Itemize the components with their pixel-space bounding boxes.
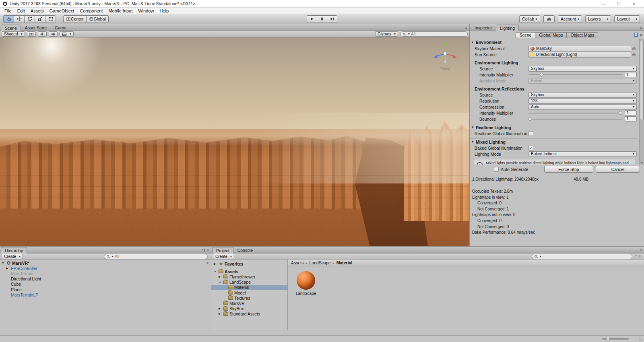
- collab-button[interactable]: Collab▾: [519, 15, 540, 23]
- scene-lighting-toggle[interactable]: [38, 31, 47, 37]
- panel-menu-icon[interactable]: ≡: [640, 248, 642, 252]
- resize-grip-icon[interactable]: [639, 338, 642, 341]
- panel-menu-icon[interactable]: ≡: [465, 26, 467, 30]
- auto-generate-checkbox[interactable]: [494, 167, 499, 172]
- tab-scene[interactable]: Scene: [1, 25, 21, 31]
- lock-icon[interactable]: [202, 250, 205, 252]
- layers-dropdown[interactable]: Layers▾: [585, 15, 611, 23]
- mixed-lighting-header[interactable]: ▼ Mixed Lighting: [470, 138, 638, 145]
- env-lighting-source-dropdown[interactable]: Skybox▾: [528, 66, 637, 72]
- foldout-icon[interactable]: ▶: [219, 275, 222, 278]
- favorites-row[interactable]: ▶ ★ Favorites: [211, 261, 287, 266]
- menu-component[interactable]: Component: [77, 8, 105, 13]
- step-button[interactable]: [327, 15, 337, 23]
- rotate-tool-button[interactable]: [24, 15, 35, 23]
- refl-source-dropdown[interactable]: Skybox▾: [528, 92, 637, 98]
- menu-assets[interactable]: Assets: [28, 8, 47, 13]
- force-stop-button[interactable]: Force Stop: [544, 166, 593, 173]
- minimize-button[interactable]: –: [596, 1, 611, 6]
- scene-viewport[interactable]: Persp: [0, 37, 469, 246]
- lock-icon[interactable]: [634, 256, 637, 258]
- tree-item-standard-assets[interactable]: ▶ Standard Assets: [211, 311, 287, 317]
- panel-menu-icon[interactable]: ≡: [207, 248, 209, 252]
- menu-mobile-input[interactable]: Mobile Input: [105, 8, 135, 13]
- scroll-down-icon[interactable]: ▼: [640, 161, 644, 164]
- baked-gi-checkbox[interactable]: ✓: [528, 146, 533, 150]
- lighting-mode-dropdown[interactable]: Baked Indirect▾: [528, 151, 637, 157]
- env-intensity-value[interactable]: 1: [625, 72, 637, 77]
- object-picker-icon[interactable]: ◎: [631, 52, 637, 57]
- menu-window[interactable]: Window: [135, 8, 157, 13]
- foldout-icon[interactable]: ▼: [214, 270, 217, 273]
- project-search-input[interactable]: ▾: [532, 254, 632, 259]
- refl-intensity-slider[interactable]: [528, 110, 622, 116]
- lighting-tab-global-maps[interactable]: Global Maps: [535, 32, 567, 38]
- skybox-material-field[interactable]: MarsSky: [528, 46, 631, 52]
- foldout-icon[interactable]: ▼: [219, 281, 222, 284]
- tab-project[interactable]: Project: [212, 247, 233, 253]
- bake-progress-slider[interactable]: [602, 338, 629, 340]
- hierarchy-item[interactable]: Cube: [0, 282, 211, 287]
- pivot-mode-button[interactable]: Center: [63, 15, 87, 23]
- refl-intensity-value[interactable]: 1: [625, 110, 637, 115]
- menu-file[interactable]: File: [2, 8, 14, 13]
- scene-menu-icon[interactable]: ≡: [206, 261, 208, 265]
- foldout-icon[interactable]: ▶: [219, 307, 222, 310]
- compression-dropdown[interactable]: Auto▾: [528, 104, 637, 110]
- tree-item-material[interactable]: Material: [211, 285, 287, 290]
- rect-tool-button[interactable]: [45, 15, 56, 23]
- hierarchy-create-dropdown[interactable]: Create▾: [2, 254, 23, 259]
- scale-tool-button[interactable]: [35, 15, 45, 23]
- bounces-slider[interactable]: [528, 116, 622, 122]
- menu-edit[interactable]: Edit: [14, 8, 28, 13]
- tree-item-marsvr[interactable]: MarsVR: [211, 301, 287, 306]
- scene-orientation-gizmo[interactable]: [430, 39, 460, 68]
- hierarchy-item[interactable]: ▶ FPSController: [0, 266, 211, 271]
- close-button[interactable]: ×: [626, 1, 642, 6]
- tree-item-skybox[interactable]: ▶ SkyBox: [211, 306, 287, 311]
- panel-menu-icon[interactable]: ≡: [639, 254, 641, 258]
- hierarchy-item[interactable]: MarsTerrainLP: [0, 292, 211, 297]
- 2d-toggle[interactable]: 2D: [27, 31, 36, 37]
- cloud-button[interactable]: [543, 15, 555, 23]
- lighting-tab-scene[interactable]: Scene: [516, 32, 536, 38]
- draw-mode-dropdown[interactable]: Shaded▾: [2, 31, 25, 37]
- tab-game[interactable]: Game: [51, 24, 70, 31]
- breadcrumb-landscape[interactable]: LandScape: [310, 260, 331, 265]
- foldout-icon[interactable]: ▼: [2, 262, 5, 264]
- resolution-dropdown[interactable]: 128▾: [528, 98, 637, 104]
- lighting-scrollbar[interactable]: ▼: [639, 39, 644, 165]
- scrollbar-thumb[interactable]: [640, 40, 644, 120]
- tab-lighting[interactable]: Lighting: [496, 25, 519, 31]
- space-mode-button[interactable]: Global: [86, 15, 109, 23]
- effects-dropdown[interactable]: ▾: [60, 31, 74, 37]
- hierarchy-item[interactable]: MarsTerrain: [0, 271, 211, 276]
- scene-audio-toggle[interactable]: [49, 31, 58, 37]
- scene-row[interactable]: ▼ MarsVR* ≡: [0, 260, 211, 266]
- sun-source-field[interactable]: Directional Light (Light): [528, 52, 631, 58]
- tab-console[interactable]: Console: [233, 247, 257, 253]
- bounces-value[interactable]: 1: [625, 116, 637, 122]
- object-picker-icon[interactable]: ◎: [631, 46, 637, 51]
- maximize-button[interactable]: □: [611, 1, 626, 6]
- tree-item-assets[interactable]: ▼ Assets: [211, 269, 287, 274]
- gizmos-dropdown[interactable]: Gizmos▾: [375, 31, 398, 37]
- play-button[interactable]: [307, 15, 317, 23]
- realtime-gi-checkbox[interactable]: [528, 131, 533, 136]
- tab-asset-store[interactable]: Asset Store: [21, 24, 51, 31]
- tree-item-landscape[interactable]: ▼ LandScape: [211, 280, 287, 285]
- account-dropdown[interactable]: Account▾: [558, 15, 582, 23]
- tree-item-textures[interactable]: Textures: [211, 295, 287, 301]
- panel-menu-icon[interactable]: ≡: [640, 26, 642, 30]
- foldout-icon[interactable]: ▶: [214, 262, 217, 266]
- lighting-tab-object-maps[interactable]: Object Maps: [566, 32, 598, 38]
- foldout-icon[interactable]: ▶: [6, 267, 10, 270]
- hierarchy-item[interactable]: Plane: [0, 287, 211, 292]
- tab-hierarchy[interactable]: Hierarchy: [1, 247, 27, 253]
- menu-gameobject[interactable]: GameObject: [47, 8, 77, 13]
- environment-header[interactable]: ▼ Environment: [470, 39, 638, 45]
- tab-inspector[interactable]: Inspector: [471, 24, 496, 31]
- hierarchy-item[interactable]: Directional Light: [0, 276, 211, 282]
- breadcrumb-assets[interactable]: Assets: [291, 260, 304, 265]
- foldout-icon[interactable]: ▶: [219, 312, 222, 315]
